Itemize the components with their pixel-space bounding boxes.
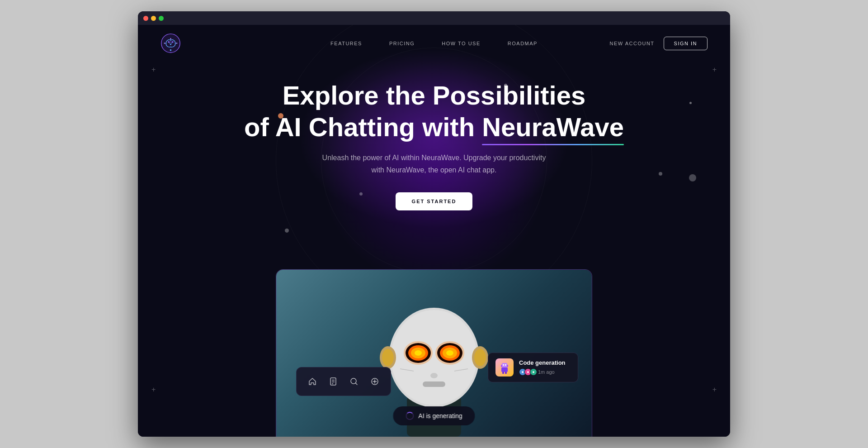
browser-chrome <box>138 11 730 25</box>
toolbar-home-button[interactable] <box>304 373 321 390</box>
svg-point-10 <box>170 38 171 39</box>
svg-line-55 <box>356 383 358 385</box>
svg-point-12 <box>176 43 178 44</box>
svg-point-37 <box>430 373 438 378</box>
nav-actions: NEW ACCOUNT SIGN IN <box>610 37 708 50</box>
particle-6 <box>285 229 289 233</box>
navbar: FEATURES PRICING HOW TO USE ROADMAP NEW … <box>138 25 730 62</box>
svg-point-33 <box>415 350 422 356</box>
nav-links: FEATURES PRICING HOW TO USE ROADMAP <box>330 41 538 46</box>
get-started-button[interactable]: GET STARTED <box>396 192 473 210</box>
svg-rect-46 <box>507 365 508 367</box>
page-content: + + + + <box>138 25 730 437</box>
add-icon <box>370 377 379 386</box>
home-icon <box>308 377 317 386</box>
svg-rect-45 <box>501 365 502 367</box>
logo[interactable] <box>160 33 181 53</box>
hero-highlight: NeuraWave <box>482 111 624 143</box>
browser-close-dot[interactable] <box>143 16 148 21</box>
code-gen-title: Code generation <box>519 359 566 366</box>
svg-rect-42 <box>502 363 507 367</box>
svg-rect-44 <box>505 364 506 366</box>
svg-rect-40 <box>423 381 445 387</box>
corner-plus-br: + <box>712 386 717 394</box>
toolbar-document-button[interactable] <box>325 373 342 390</box>
ai-spinner <box>406 412 414 420</box>
toolbar-add-button[interactable] <box>366 373 383 390</box>
browser-maximize-dot[interactable] <box>159 16 164 21</box>
browser-window: + + + + <box>138 11 730 437</box>
ai-generating-bar: AI is generating <box>393 406 475 425</box>
browser-minimize-dot[interactable] <box>151 16 156 21</box>
new-account-link[interactable]: NEW ACCOUNT <box>610 41 655 46</box>
nav-link-roadmap[interactable]: ROADMAP <box>508 41 538 46</box>
bottom-toolbar <box>296 367 391 396</box>
nav-link-features[interactable]: FEATURES <box>330 41 362 46</box>
corner-plus-bl: + <box>151 386 156 394</box>
code-gen-meta: ● ● ● 1m ago <box>519 368 566 376</box>
svg-point-34 <box>446 350 453 356</box>
svg-rect-48 <box>502 372 504 374</box>
hero-image-container: Code generation ● ● ● 1m ago AI is gener… <box>276 269 592 437</box>
svg-rect-47 <box>501 367 508 372</box>
nav-link-pricing[interactable]: PRICING <box>389 41 415 46</box>
code-gen-info: Code generation ● ● ● 1m ago <box>519 359 566 376</box>
hero-title: Explore the Possibilities of AI Chatting… <box>160 80 708 143</box>
avatar-group: ● ● ● <box>519 368 535 376</box>
sign-in-button[interactable]: SIGN IN <box>664 37 708 50</box>
document-icon <box>329 377 338 386</box>
hero-section: Explore the Possibilities of AI Chatting… <box>138 62 730 210</box>
svg-point-11 <box>164 43 165 44</box>
svg-point-13 <box>170 49 172 51</box>
svg-rect-49 <box>505 372 507 374</box>
hero-subtitle: Unleash the power of AI within NeuraWave… <box>316 152 552 176</box>
toolbar-search-button[interactable] <box>345 373 363 390</box>
ai-generating-text: AI is generating <box>418 412 462 419</box>
code-gen-card: Code generation ● ● ● 1m ago <box>488 353 578 382</box>
svg-point-22 <box>391 310 477 405</box>
code-gen-time: 1m ago <box>538 369 555 375</box>
code-gen-thumbnail <box>495 358 514 377</box>
mini-avatar-3: ● <box>530 368 537 376</box>
nav-link-how-to-use[interactable]: HOW TO USE <box>442 41 481 46</box>
search-icon <box>349 377 359 386</box>
svg-point-26 <box>474 349 486 366</box>
svg-point-24 <box>382 349 394 366</box>
svg-rect-43 <box>503 364 504 366</box>
logo-icon <box>160 33 181 53</box>
